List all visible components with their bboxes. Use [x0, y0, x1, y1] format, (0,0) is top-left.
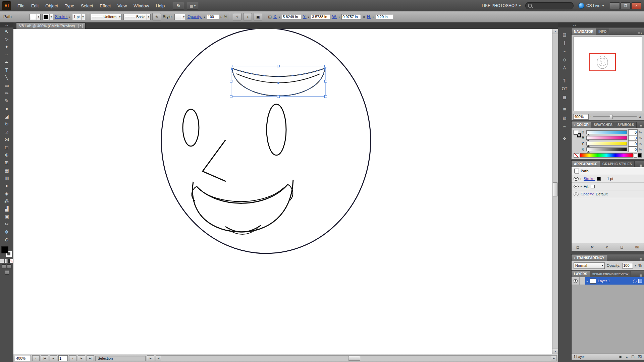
- cs-live-menu[interactable]: CS Live ▾: [578, 3, 604, 9]
- panel-menu-icon[interactable]: ≣: [638, 125, 644, 128]
- first-artboard-button[interactable]: |◀: [41, 355, 48, 361]
- tab-graphic-styles[interactable]: GRAPHIC STYLES: [600, 161, 635, 167]
- y-input[interactable]: [311, 14, 330, 20]
- gradient-panel-icon[interactable]: ▧: [558, 114, 571, 122]
- x-link[interactable]: X:: [273, 14, 277, 19]
- tab-swatches[interactable]: SWATCHES: [591, 122, 615, 128]
- opacity-attr-link[interactable]: Opacity:: [581, 192, 594, 196]
- symbol-sprayer-tool[interactable]: ⁂: [0, 197, 13, 205]
- anchor-point[interactable]: [324, 68, 326, 69]
- launch-bridge-button[interactable]: Br: [173, 2, 184, 10]
- swatches-panel-icon[interactable]: ▩: [558, 93, 571, 101]
- recolor-artwork-button[interactable]: ◑: [243, 13, 252, 20]
- w-stepper[interactable]: ▴▾: [339, 15, 340, 18]
- make-clipping-mask-icon[interactable]: ▣: [619, 355, 622, 359]
- zoom-out-mountain-icon[interactable]: ▴: [590, 115, 592, 118]
- lasso-tool[interactable]: ∽: [0, 51, 13, 58]
- reference-point-icon[interactable]: ⊞: [268, 14, 272, 19]
- stroke-color-combo[interactable]: ▾: [42, 14, 53, 20]
- transform-panel-icon[interactable]: ◇: [558, 55, 571, 64]
- pathfinder-panel-icon[interactable]: ◒: [558, 47, 571, 55]
- slider-thumb[interactable]: [587, 134, 590, 135]
- fx-icon[interactable]: fx: [591, 245, 594, 249]
- twirl-right-icon[interactable]: ▸: [581, 177, 582, 180]
- color-fill-proxy[interactable]: [574, 130, 578, 135]
- gradient-mode-button[interactable]: [5, 259, 9, 263]
- isolate-object-button[interactable]: ▣: [254, 13, 262, 20]
- fill-stroke-indicator[interactable]: [2, 247, 12, 257]
- hand-tool[interactable]: ✥: [0, 228, 13, 236]
- horizontal-scroll-thumb[interactable]: [348, 356, 360, 361]
- symbols-panel-icon[interactable]: ❖: [558, 134, 571, 143]
- selection-handle[interactable]: [230, 65, 232, 67]
- menu-window[interactable]: Window: [130, 0, 152, 11]
- tab-close-icon[interactable]: ✕: [78, 24, 83, 28]
- slider-thumb[interactable]: [587, 145, 590, 147]
- twirl-right-icon[interactable]: ▸: [581, 185, 582, 188]
- visibility-eye-icon[interactable]: [573, 279, 578, 283]
- layer-visibility-cell[interactable]: [572, 277, 580, 285]
- menu-object[interactable]: Object: [42, 0, 61, 11]
- selection-handle[interactable]: [277, 96, 280, 98]
- scroll-right-icon[interactable]: ▶: [551, 356, 556, 361]
- slice-tool[interactable]: ✂: [0, 220, 13, 228]
- scale-tool[interactable]: ⊿: [0, 128, 13, 135]
- align-panel-icon[interactable]: ∥: [558, 39, 571, 47]
- menu-view[interactable]: View: [114, 0, 130, 11]
- toolbar-collapse-button[interactable]: ◂◂: [0, 22, 13, 27]
- previous-artboard-button[interactable]: ◀: [50, 355, 57, 361]
- slider-thumb[interactable]: [587, 139, 590, 141]
- arrange-documents-button[interactable]: ▦ ▾: [187, 2, 198, 10]
- w-link[interactable]: W:: [332, 14, 337, 19]
- artboard-dropdown-button[interactable]: ▾: [69, 355, 76, 361]
- appearance-fill-row[interactable]: ▸ Fill:: [572, 183, 644, 190]
- draw-normal-button[interactable]: [2, 264, 6, 269]
- none-mode-button[interactable]: [9, 259, 13, 263]
- h-input[interactable]: [376, 14, 393, 20]
- tab-color[interactable]: ◊ COLOR: [572, 122, 591, 128]
- free-transform-tool[interactable]: ◻: [0, 143, 13, 151]
- panel-menu-icon[interactable]: ≣: [638, 258, 644, 261]
- twirl-right-icon[interactable]: ▸: [587, 280, 588, 283]
- menu-select[interactable]: Select: [77, 0, 96, 11]
- visibility-eye-icon[interactable]: [574, 192, 579, 196]
- tab-symbols[interactable]: SYMBOLS: [615, 122, 637, 128]
- create-layer-icon[interactable]: ❏: [632, 355, 635, 359]
- blend-tool[interactable]: ◈: [0, 189, 13, 197]
- appearance-opacity-row[interactable]: Opacity: Default: [572, 190, 644, 198]
- color-spectrum-bar[interactable]: [580, 153, 633, 158]
- appearance-item-row[interactable]: Path: [572, 167, 644, 175]
- color-mode-button[interactable]: [0, 259, 4, 263]
- magic-wand-tool[interactable]: ✦: [0, 43, 13, 51]
- workspace-switcher[interactable]: LIKE PHOTOSHOP ▾: [482, 3, 521, 8]
- opacity-link[interactable]: Opacity:: [187, 14, 202, 19]
- layer-thumbnail[interactable]: [590, 279, 596, 284]
- artboard-number-input[interactable]: [58, 355, 68, 361]
- panel-menu-icon[interactable]: ≣: [638, 164, 644, 167]
- perspective-grid-tool[interactable]: ⊞: [0, 159, 13, 166]
- scroll-left-icon[interactable]: ◀: [156, 356, 161, 361]
- navigator-thumbnail[interactable]: [573, 37, 642, 111]
- selection-tool[interactable]: ↖: [0, 27, 13, 35]
- selection-handle[interactable]: [325, 96, 327, 98]
- layer-target-icon[interactable]: ◯: [633, 279, 637, 283]
- brush-options-button[interactable]: ✳: [152, 13, 161, 20]
- layer-name[interactable]: Layer 1: [598, 279, 610, 283]
- width-profile-combo[interactable]: ——— Uniform ▾: [91, 14, 122, 20]
- h-link[interactable]: H:: [367, 14, 371, 19]
- stroke-weight-stepper[interactable]: ▴▾: [69, 15, 70, 18]
- menu-help[interactable]: Help: [152, 0, 168, 11]
- opacity-stepper[interactable]: ▴▾: [204, 15, 205, 18]
- w-input[interactable]: [341, 14, 361, 20]
- line-segment-tool[interactable]: ╲: [0, 74, 13, 81]
- black-slider[interactable]: [586, 147, 627, 151]
- duplicate-item-icon[interactable]: ❏: [620, 245, 623, 249]
- panel-menu-icon[interactable]: ≣: [638, 274, 644, 277]
- delete-item-icon[interactable]: ⌧: [635, 245, 639, 249]
- draw-behind-button[interactable]: [7, 264, 11, 269]
- eyedropper-tool[interactable]: ♦: [0, 182, 13, 189]
- layer-row-selected[interactable]: ▸ Layer 1 ◯: [585, 277, 644, 285]
- right-eye[interactable]: [267, 104, 286, 155]
- opacity-flyout-icon[interactable]: ▸: [635, 264, 636, 267]
- paragraph-panel-icon[interactable]: ¶: [558, 76, 571, 84]
